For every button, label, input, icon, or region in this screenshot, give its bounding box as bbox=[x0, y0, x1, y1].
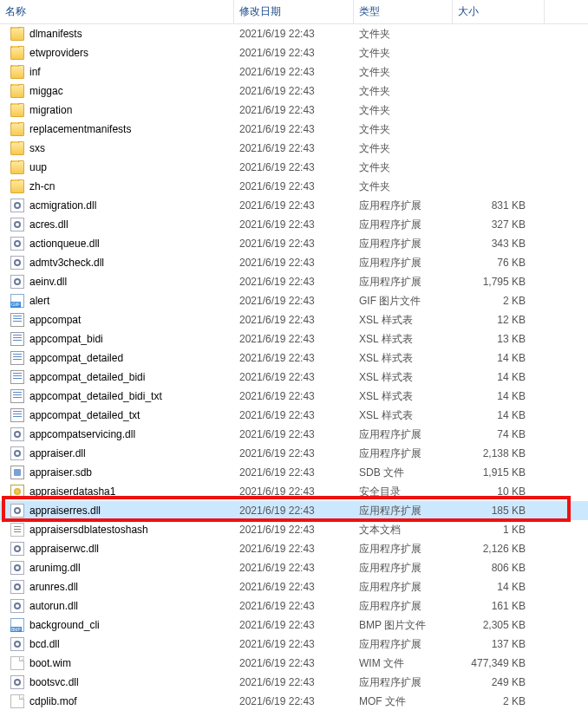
file-date: 2021/6/19 22:43 bbox=[234, 543, 354, 555]
file-type: 应用程序扩展 bbox=[354, 580, 453, 595]
file-type: XSL 样式表 bbox=[354, 351, 453, 366]
folder-icon bbox=[10, 103, 24, 117]
file-name: appraiser.dll bbox=[29, 447, 86, 459]
file-type: 文件夹 bbox=[354, 122, 453, 137]
file-type: XSL 样式表 bbox=[354, 370, 453, 385]
file-date: 2021/6/19 22:43 bbox=[234, 581, 354, 593]
file-row[interactable]: appcompat_detailed_bidi2021/6/19 22:43XS… bbox=[0, 368, 588, 387]
file-name: zh-cn bbox=[29, 180, 55, 192]
file-row[interactable]: acres.dll2021/6/19 22:43应用程序扩展327 KB bbox=[0, 215, 588, 234]
file-size: 12 KB bbox=[453, 314, 545, 326]
file-name: uup bbox=[29, 161, 47, 173]
file-date: 2021/6/19 22:43 bbox=[234, 390, 354, 402]
file-name: appraiserwc.dll bbox=[29, 543, 99, 555]
file-row[interactable]: cdplib.mof2021/6/19 22:43MOF 文件2 KB bbox=[0, 692, 588, 710]
file-row[interactable]: appcompatservicing.dll2021/6/19 22:43应用程… bbox=[0, 425, 588, 444]
file-row[interactable]: bcd.dll2021/6/19 22:43应用程序扩展137 KB bbox=[0, 635, 588, 654]
column-headers: 名称 修改日期 类型 大小 bbox=[0, 0, 588, 24]
file-type: XSL 样式表 bbox=[354, 389, 453, 404]
file-date: 2021/6/19 22:43 bbox=[234, 657, 354, 669]
file-row[interactable]: appraisersdblatestoshash2021/6/19 22:43文… bbox=[0, 520, 588, 539]
file-row[interactable]: admtv3check.dll2021/6/19 22:43应用程序扩展76 K… bbox=[0, 253, 588, 272]
dll-icon bbox=[10, 599, 24, 613]
file-row[interactable]: appraiserwc.dll2021/6/19 22:43应用程序扩展2,12… bbox=[0, 539, 588, 558]
file-date: 2021/6/19 22:43 bbox=[234, 466, 354, 479]
file-date: 2021/6/19 22:43 bbox=[234, 142, 354, 154]
file-row[interactable]: appcompat_detailed_txt2021/6/19 22:43XSL… bbox=[0, 406, 588, 425]
file-row[interactable]: aeinv.dll2021/6/19 22:43应用程序扩展1,795 KB bbox=[0, 272, 588, 291]
file-name: replacementmanifests bbox=[29, 123, 131, 135]
file-type: 应用程序扩展 bbox=[354, 237, 453, 251]
file-type: 应用程序扩展 bbox=[354, 542, 453, 557]
file-row[interactable]: appcompat_bidi2021/6/19 22:43XSL 样式表13 K… bbox=[0, 329, 588, 348]
file-date: 2021/6/19 22:43 bbox=[234, 257, 354, 269]
file-name: acmigration.dll bbox=[29, 199, 96, 212]
file-row[interactable]: acmigration.dll2021/6/19 22:43应用程序扩展831 … bbox=[0, 196, 588, 215]
file-row[interactable]: zh-cn2021/6/19 22:43文件夹 bbox=[0, 177, 588, 196]
file-row[interactable]: autorun.dll2021/6/19 22:43应用程序扩展161 KB bbox=[0, 596, 588, 616]
file-date: 2021/6/19 22:43 bbox=[234, 314, 354, 326]
file-row[interactable]: sxs2021/6/19 22:43文件夹 bbox=[0, 139, 588, 158]
file-row[interactable]: miggac2021/6/19 22:43文件夹 bbox=[0, 81, 588, 101]
file-icon bbox=[10, 694, 24, 708]
file-row[interactable]: arunimg.dll2021/6/19 22:43应用程序扩展806 KB bbox=[0, 558, 588, 577]
file-row[interactable]: bootsvc.dll2021/6/19 22:43应用程序扩展249 KB bbox=[0, 673, 588, 692]
column-header-type[interactable]: 类型 bbox=[354, 0, 453, 23]
folder-icon bbox=[10, 141, 24, 155]
file-row[interactable]: dlmanifests2021/6/19 22:43文件夹 bbox=[0, 24, 588, 43]
file-date: 2021/6/19 22:43 bbox=[234, 218, 354, 231]
file-row[interactable]: migration2021/6/19 22:43文件夹 bbox=[0, 101, 588, 120]
file-row[interactable]: etwproviders2021/6/19 22:43文件夹 bbox=[0, 43, 588, 62]
column-header-name[interactable]: 名称 bbox=[0, 0, 234, 23]
file-date: 2021/6/19 22:43 bbox=[234, 66, 354, 78]
file-row[interactable]: background_cli2021/6/19 22:43BMP 图片文件2,3… bbox=[0, 616, 588, 635]
file-row[interactable]: actionqueue.dll2021/6/19 22:43应用程序扩展343 … bbox=[0, 234, 588, 253]
file-size: 76 KB bbox=[453, 257, 545, 269]
file-row[interactable]: replacementmanifests2021/6/19 22:43文件夹 bbox=[0, 120, 588, 139]
file-date: 2021/6/19 22:43 bbox=[234, 161, 354, 173]
file-type: 文件夹 bbox=[354, 46, 453, 61]
file-date: 2021/6/19 22:43 bbox=[234, 295, 354, 307]
dll-icon bbox=[10, 256, 24, 270]
file-type: 应用程序扩展 bbox=[354, 427, 453, 442]
file-date: 2021/6/19 22:43 bbox=[234, 447, 354, 459]
file-date: 2021/6/19 22:43 bbox=[234, 371, 354, 383]
file-name: appraiserres.dll bbox=[29, 505, 101, 517]
file-row[interactable]: appraiser.sdb2021/6/19 22:43SDB 文件1,915 … bbox=[0, 463, 588, 482]
file-type: 应用程序扩展 bbox=[354, 275, 453, 290]
file-type: 文件夹 bbox=[354, 179, 453, 194]
file-name: miggac bbox=[29, 85, 63, 97]
file-size: 343 KB bbox=[453, 238, 545, 250]
file-row[interactable]: appcompat_detailed_bidi_txt2021/6/19 22:… bbox=[0, 387, 588, 406]
file-row[interactable]: appcompat_detailed2021/6/19 22:43XSL 样式表… bbox=[0, 348, 588, 368]
file-size: 2,138 KB bbox=[453, 447, 545, 459]
folder-icon bbox=[10, 84, 24, 98]
file-size: 477,349 KB bbox=[453, 657, 545, 669]
xsl-icon bbox=[10, 313, 24, 327]
file-row[interactable]: alert2021/6/19 22:43GIF 图片文件2 KB bbox=[0, 291, 588, 310]
file-row[interactable]: appraiser.dll2021/6/19 22:43应用程序扩展2,138 … bbox=[0, 444, 588, 463]
xsl-icon bbox=[10, 351, 24, 365]
file-name: arunres.dll bbox=[29, 581, 78, 593]
dll-icon bbox=[10, 675, 24, 689]
file-row[interactable]: appraiserres.dll2021/6/19 22:43应用程序扩展185… bbox=[0, 501, 588, 520]
file-row[interactable]: appcompat2021/6/19 22:43XSL 样式表12 KB bbox=[0, 310, 588, 329]
file-name: autorun.dll bbox=[29, 600, 78, 612]
file-row[interactable]: appraiserdatasha12021/6/19 22:43安全目录10 K… bbox=[0, 482, 588, 501]
file-row[interactable]: inf2021/6/19 22:43文件夹 bbox=[0, 62, 588, 81]
file-date: 2021/6/19 22:43 bbox=[234, 199, 354, 212]
column-header-size[interactable]: 大小 bbox=[453, 0, 545, 23]
file-type: SDB 文件 bbox=[354, 466, 453, 480]
file-size: 74 KB bbox=[453, 428, 545, 440]
file-row[interactable]: arunres.dll2021/6/19 22:43应用程序扩展14 KB bbox=[0, 577, 588, 596]
file-type: 文件夹 bbox=[354, 65, 453, 80]
file-size: 2,305 KB bbox=[453, 619, 545, 631]
file-name: inf bbox=[29, 66, 41, 78]
column-header-date[interactable]: 修改日期 bbox=[234, 0, 354, 23]
file-row[interactable]: boot.wim2021/6/19 22:43WIM 文件477,349 KB bbox=[0, 654, 588, 673]
file-date: 2021/6/19 22:43 bbox=[234, 695, 354, 707]
dll-icon bbox=[10, 199, 24, 212]
file-row[interactable]: uup2021/6/19 22:43文件夹 bbox=[0, 158, 588, 177]
file-type: 应用程序扩展 bbox=[354, 199, 453, 213]
file-name: appraiser.sdb bbox=[29, 466, 92, 479]
